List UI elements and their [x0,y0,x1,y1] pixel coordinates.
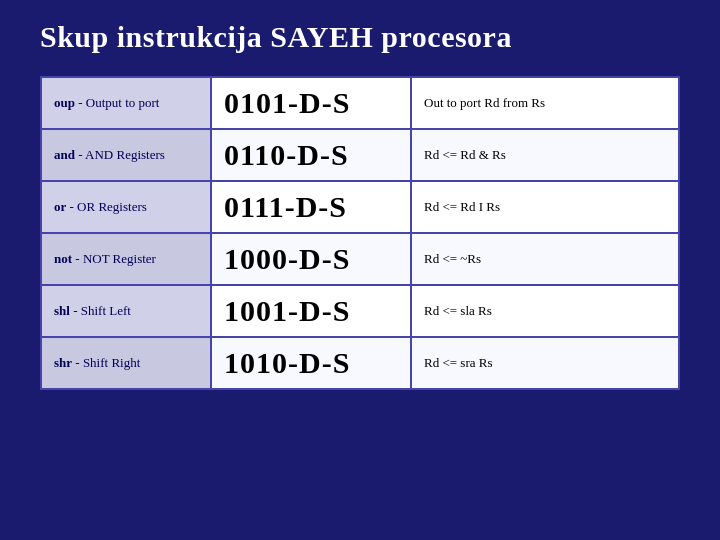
instruction-code-cell: 0111-D-S [211,181,411,233]
instruction-cmd-suffix: - AND Registers [75,147,165,162]
instruction-desc-cell: Out to port Rd from Rs [411,77,679,129]
instruction-name-cell: not - NOT Register [41,233,211,285]
table-row: not - NOT Register1000-D-SRd <= ~Rs [41,233,679,285]
instruction-code-cell: 0101-D-S [211,77,411,129]
table-row: shr - Shift Right1010-D-SRd <= sra Rs [41,337,679,389]
instruction-cmd: not [54,251,72,266]
table-row: and - AND Registers0110-D-SRd <= Rd & Rs [41,129,679,181]
instruction-table: oup - Output to port0101-D-SOut to port … [40,76,680,390]
instruction-cmd-suffix: - Shift Right [72,355,140,370]
page-title: Skup instrukcija SAYEH procesora [40,20,680,54]
instruction-name-cell: shr - Shift Right [41,337,211,389]
instruction-cmd: shl [54,303,70,318]
instruction-code-cell: 1000-D-S [211,233,411,285]
instruction-cmd: shr [54,355,72,370]
instruction-name-cell: oup - Output to port [41,77,211,129]
table-row: shl - Shift Left1001-D-SRd <= sla Rs [41,285,679,337]
table-row: or - OR Registers0111-D-SRd <= Rd I Rs [41,181,679,233]
instruction-desc-cell: Rd <= sla Rs [411,285,679,337]
instruction-cmd: and [54,147,75,162]
instruction-name-cell: and - AND Registers [41,129,211,181]
instruction-code-cell: 1010-D-S [211,337,411,389]
instruction-cmd-suffix: - NOT Register [72,251,156,266]
instruction-cmd-suffix: - Output to port [75,95,160,110]
instruction-desc-cell: Rd <= sra Rs [411,337,679,389]
instruction-cmd: or [54,199,66,214]
instruction-desc-cell: Rd <= Rd I Rs [411,181,679,233]
table-row: oup - Output to port0101-D-SOut to port … [41,77,679,129]
instruction-desc-cell: Rd <= ~Rs [411,233,679,285]
instruction-name-cell: or - OR Registers [41,181,211,233]
instruction-code-cell: 0110-D-S [211,129,411,181]
instruction-code-cell: 1001-D-S [211,285,411,337]
instruction-cmd-suffix: - Shift Left [70,303,131,318]
instruction-name-cell: shl - Shift Left [41,285,211,337]
instruction-cmd: oup [54,95,75,110]
instruction-desc-cell: Rd <= Rd & Rs [411,129,679,181]
instruction-cmd-suffix: - OR Registers [66,199,147,214]
